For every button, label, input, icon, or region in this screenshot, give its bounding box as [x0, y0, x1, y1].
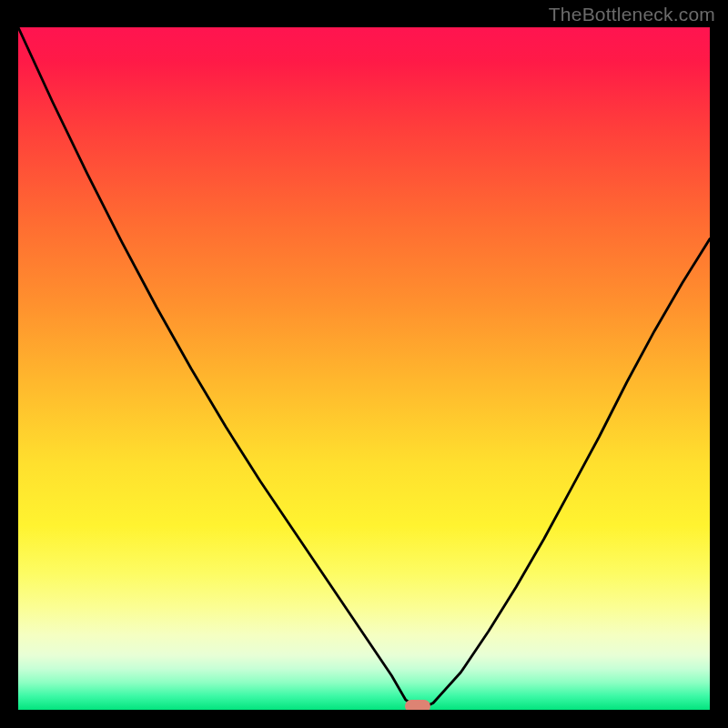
watermark-text: TheBottleneck.com — [549, 4, 715, 25]
optimal-marker — [405, 700, 430, 710]
chart-frame: TheBottleneck.com — [0, 0, 728, 728]
bottleneck-curve — [18, 27, 710, 710]
plot-area — [18, 27, 710, 710]
